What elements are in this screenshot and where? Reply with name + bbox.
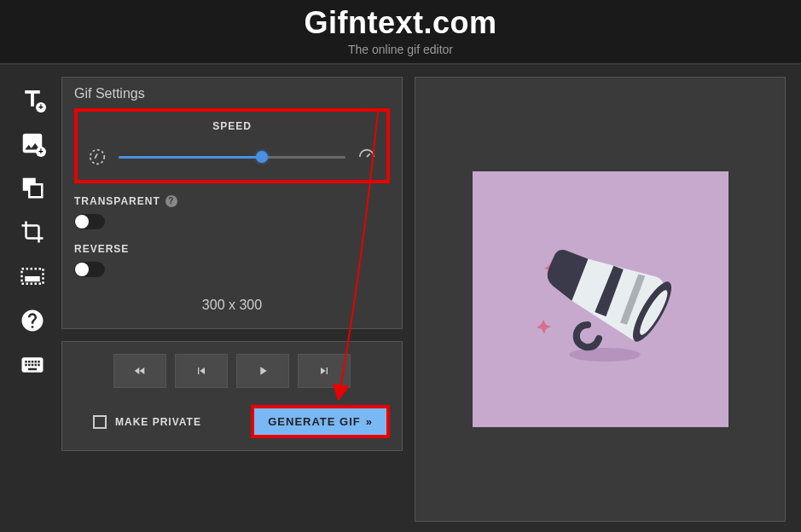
chevron-right-icon: » <box>366 415 373 428</box>
next-frame-button[interactable] <box>298 354 351 388</box>
transparent-label: TRANSPARENT ? <box>74 195 390 207</box>
playback-panel: MAKE PRIVATE GENERATE GIF » <box>61 341 403 451</box>
site-title: Gifntext.com <box>0 5 801 41</box>
caption-tool-button[interactable] <box>15 259 49 293</box>
generate-gif-button[interactable]: GENERATE GIF » <box>251 405 390 438</box>
next-icon <box>317 364 331 378</box>
toggle-knob <box>75 215 89 228</box>
text-tool-button[interactable]: + <box>15 82 49 116</box>
plus-badge-icon: + <box>36 102 46 113</box>
speed-slider-row <box>88 147 376 166</box>
panel-title: Gif Settings <box>74 86 390 101</box>
site-subtitle: The online gif editor <box>0 43 801 56</box>
transparent-row: TRANSPARENT ? <box>74 195 390 229</box>
speed-box-highlight: SPEED <box>74 108 390 183</box>
gif-canvas[interactable] <box>473 171 728 427</box>
image-tool-button[interactable]: + <box>15 126 49 160</box>
private-label: MAKE PRIVATE <box>115 416 201 428</box>
left-toolbar: + + <box>15 77 49 522</box>
megaphone-illustration <box>507 205 694 393</box>
prev-icon <box>194 364 208 378</box>
svg-rect-1 <box>29 184 42 197</box>
main-area: + + Gif Settings SPEED <box>0 65 801 532</box>
reverse-row: REVERSE <box>74 243 390 277</box>
playback-controls <box>74 354 390 388</box>
make-private-row: MAKE PRIVATE <box>93 415 201 429</box>
rewind-icon <box>133 364 147 378</box>
plus-badge-icon: + <box>36 147 46 157</box>
fast-icon <box>357 147 376 166</box>
reverse-label: REVERSE <box>74 243 390 255</box>
gif-settings-panel: Gif Settings SPEED TRANSPARENT ? <box>61 77 403 329</box>
slider-fill <box>119 156 262 159</box>
play-button[interactable] <box>236 354 289 388</box>
crop-tool-button[interactable] <box>15 215 49 249</box>
shape-icon <box>20 175 45 200</box>
caption-icon <box>20 263 45 289</box>
svg-rect-3 <box>25 276 40 281</box>
play-icon <box>256 364 270 378</box>
speed-slider[interactable] <box>119 156 345 159</box>
bottom-action-row: MAKE PRIVATE GENERATE GIF » <box>74 405 390 438</box>
keyboard-tool-button[interactable] <box>15 348 49 382</box>
slider-thumb[interactable] <box>256 151 268 163</box>
preview-panel <box>415 77 786 522</box>
dimensions-label: 300 x 300 <box>74 291 390 316</box>
rewind-button[interactable] <box>113 354 166 388</box>
reverse-toggle[interactable] <box>74 262 105 277</box>
slow-icon <box>88 147 107 166</box>
private-checkbox[interactable] <box>93 415 107 429</box>
prev-frame-button[interactable] <box>175 354 228 388</box>
help-badge-icon[interactable]: ? <box>165 195 177 207</box>
shape-tool-button[interactable] <box>15 171 49 205</box>
transparent-toggle[interactable] <box>74 214 105 229</box>
help-tool-button[interactable] <box>15 304 49 338</box>
page-header: Gifntext.com The online gif editor <box>0 0 801 65</box>
svg-point-4 <box>90 150 105 165</box>
toggle-knob <box>75 263 89 276</box>
settings-column: Gif Settings SPEED TRANSPARENT ? <box>61 77 403 522</box>
help-icon <box>20 308 45 333</box>
crop-icon <box>20 219 45 245</box>
svg-point-5 <box>569 348 641 361</box>
keyboard-icon <box>20 352 45 378</box>
speed-label: SPEED <box>88 120 376 132</box>
